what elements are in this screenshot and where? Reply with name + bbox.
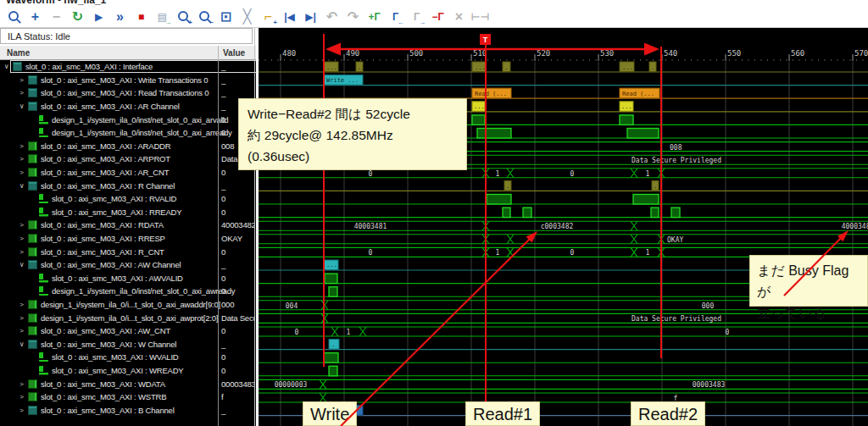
- expand-arrow-icon[interactable]: ∨: [2, 63, 11, 70]
- signal-value: _: [221, 75, 255, 85]
- signal-type-icon: [28, 379, 37, 389]
- expand-arrow-icon[interactable]: >: [17, 314, 26, 322]
- search-icon[interactable]: [5, 8, 23, 26]
- signal-value: _: [221, 181, 255, 191]
- zoom-in-icon[interactable]: +: [175, 8, 192, 26]
- wdata-value-2: 00003483: [693, 381, 726, 389]
- ruler-tick-label: 540: [664, 49, 677, 58]
- annotation-write-label: Write: [303, 401, 357, 426]
- signal-value: _: [221, 62, 255, 71]
- window-titlebar: Waveform - hw_ila_1: [0, 0, 868, 7]
- expand-arrow-icon[interactable]: >: [17, 235, 26, 242]
- value-column-header[interactable]: Value: [223, 48, 245, 58]
- goto-time-icon[interactable]: ⌐ +: [259, 8, 277, 26]
- signal-type-icon: [28, 154, 37, 163]
- expand-arrow-icon[interactable]: >: [17, 169, 26, 176]
- expand-arrow-icon[interactable]: >: [17, 142, 26, 150]
- expand-arrow-icon[interactable]: >: [17, 89, 26, 97]
- next-transition-icon[interactable]: Γ →: [408, 8, 426, 26]
- signal-type-icon: [39, 274, 48, 283]
- expand-arrow-icon[interactable]: >: [17, 327, 26, 335]
- add-icon[interactable]: +: [26, 8, 44, 26]
- annotation-read2-label: Read#2: [631, 401, 705, 426]
- svg-text:.: .: [654, 183, 657, 190]
- svg-text:...: ...: [474, 103, 485, 110]
- expand-arrow-icon[interactable]: >: [17, 155, 26, 163]
- expand-arrow-icon[interactable]: >: [17, 248, 26, 256]
- panel-splitter[interactable]: [254, 28, 255, 426]
- expand-arrow-icon[interactable]: >: [17, 301, 26, 308]
- signal-type-icon: [28, 247, 37, 257]
- ruler-tick-label: 550: [727, 49, 741, 58]
- expand-arrow-icon[interactable]: >: [17, 407, 26, 414]
- arprot-value: Data Secure Privileged: [632, 157, 721, 164]
- wave-row-awready: [329, 287, 337, 297]
- prev-transition-icon[interactable]: Γ ←: [387, 8, 404, 26]
- svg-text:Read (...: Read (...: [475, 91, 507, 97]
- redo-icon[interactable]: ↷: [344, 8, 362, 26]
- ruler-tick-label: 560: [791, 49, 804, 58]
- expand-arrow-icon[interactable]: ∨: [17, 261, 26, 268]
- svg-text:.: .: [651, 64, 654, 71]
- remove-icon[interactable]: −: [47, 8, 65, 26]
- svg-text:1: 1: [646, 170, 650, 178]
- ruler-tick-label: 520: [537, 49, 550, 58]
- annotation-line: Write−Read#2 間は 52cycle: [248, 103, 458, 124]
- expand-arrow-icon[interactable]: >: [17, 221, 26, 229]
- run-immediate-icon[interactable]: »: [111, 8, 129, 26]
- export-data-icon[interactable]: ▤ →: [153, 8, 171, 26]
- signal-value: 40003482: [221, 220, 255, 230]
- goto-end-icon[interactable]: ▶|: [302, 8, 320, 26]
- svg-text:0: 0: [369, 249, 373, 257]
- svg-text:0: 0: [369, 170, 373, 178]
- tree-column-divider[interactable]: [218, 60, 219, 426]
- expand-arrow-icon[interactable]: >: [17, 393, 26, 401]
- signal-type-icon: [28, 326, 37, 335]
- signal-value: 0: [221, 274, 255, 283]
- signal-name: slot_0 : axi_smc_M03_AXI : Interface: [25, 62, 254, 71]
- svg-text:0: 0: [726, 329, 730, 336]
- trigger-marker[interactable]: T: [480, 34, 491, 45]
- annotation-line: 立っている: [757, 302, 860, 324]
- expand-arrow-icon[interactable]: ∨: [17, 340, 26, 348]
- expand-arrow-icon[interactable]: ∨: [17, 182, 26, 190]
- delete-icon[interactable]: ×: [450, 8, 468, 26]
- signal-value: 0: [221, 194, 255, 203]
- signal-value: 0: [221, 326, 255, 335]
- stop-trigger-icon[interactable]: ■: [132, 8, 150, 26]
- svg-text:0: 0: [570, 170, 575, 178]
- svg-text:0: 0: [295, 329, 299, 336]
- add-marker-icon[interactable]: +Γ: [365, 8, 383, 26]
- zoom-out-icon[interactable]: −: [196, 8, 214, 26]
- zoom-fit-icon[interactable]: ⊡: [217, 8, 235, 26]
- signal-type-icon: [28, 220, 37, 230]
- run-trigger-icon[interactable]: ▶: [90, 8, 108, 26]
- svg-text:1: 1: [347, 329, 351, 336]
- svg-text:Read (...: Read (...: [622, 91, 654, 97]
- expand-arrow-icon[interactable]: >: [17, 76, 26, 84]
- rerun-trigger-icon[interactable]: ↻: [69, 8, 86, 26]
- signal-type-icon: [39, 194, 48, 203]
- ruler-tick-label: 480: [282, 49, 296, 58]
- name-column-header[interactable]: Name: [7, 48, 30, 58]
- signal-type-icon: [28, 300, 37, 309]
- expand-arrow-icon[interactable]: ∨: [17, 102, 26, 110]
- goto-start-icon[interactable]: |◀: [281, 8, 298, 26]
- header-column-divider: [218, 46, 219, 60]
- awaddr-value-1: 004: [286, 302, 298, 310]
- signal-value: _: [221, 260, 255, 269]
- zoom-to-cursors-icon[interactable]: ╳: [238, 8, 256, 26]
- undo-icon[interactable]: ↶: [323, 8, 341, 26]
- expand-arrow-icon[interactable]: >: [17, 380, 26, 388]
- signal-value: 0: [221, 366, 255, 375]
- wave-row-aw-channel: ...: [324, 260, 338, 270]
- svg-text:.: .: [331, 341, 335, 348]
- signal-value: 0: [221, 352, 255, 362]
- ruler-tick-label: 570: [854, 49, 868, 58]
- remove-marker-icon[interactable]: −Γ: [429, 8, 447, 26]
- signal-type-icon: [28, 313, 37, 323]
- signal-value: f: [221, 392, 255, 401]
- swap-cursors-icon[interactable]: ⊢⊣: [471, 8, 489, 26]
- signal-value: 0: [221, 286, 255, 296]
- signal-value: 00003483: [221, 379, 255, 389]
